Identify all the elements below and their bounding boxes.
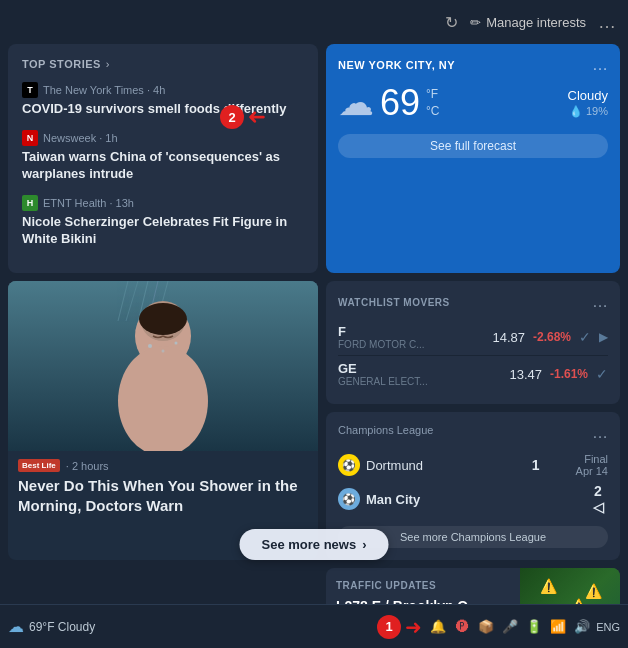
story-item-2: H ETNT Health · 13h Nicole Scherzinger C…: [22, 195, 304, 248]
stock-info-f: F FORD MOTOR C...: [338, 324, 424, 350]
watchlist-more-icon[interactable]: …: [592, 293, 608, 311]
cloud-icon: ☁: [338, 82, 374, 124]
stock-ticker-ge: GE: [338, 361, 428, 376]
taskbar-network-icon[interactable]: 📶: [548, 617, 568, 637]
taskbar-mic-icon[interactable]: 🎤: [500, 617, 520, 637]
top-bar: ↻ ✏ Manage interests …: [0, 0, 628, 44]
weather-condition: Cloudy: [568, 88, 608, 103]
news-article-widget[interactable]: Best Life · 2 hours Never Do This When Y…: [8, 281, 318, 560]
weather-more-icon[interactable]: …: [592, 56, 608, 74]
match-scores-wrapper-2: 2 ◁: [588, 483, 608, 515]
stock-right-ge: 13.47 -1.61% ✓: [509, 366, 608, 382]
stock-price-f: 14.87: [492, 330, 525, 345]
weather-city: NEW YORK CITY, NY: [338, 59, 455, 71]
watchlist-widget: WATCHLIST MOVERS … F FORD MOTOR C... 14.…: [326, 281, 620, 404]
champions-header: Champions League …: [338, 424, 608, 442]
taskbar-cloud-icon: ☁: [8, 617, 24, 636]
taskbar-volume-icon[interactable]: 🔊: [572, 617, 592, 637]
see-more-arrow-icon: ›: [362, 537, 366, 552]
story-source-text-0: The New York Times · 4h: [43, 84, 165, 96]
story-source-0: T The New York Times · 4h: [22, 82, 304, 98]
taskbar-icons: 🔔 🅟 📦 🎤 🔋 📶 🔊 ENG: [428, 617, 620, 637]
weather-unit: °F °C: [426, 86, 439, 120]
watchlist-title: WATCHLIST MOVERS: [338, 297, 450, 308]
manage-interests-label: Manage interests: [486, 15, 586, 30]
story-source-2: H ETNT Health · 13h: [22, 195, 304, 211]
weather-precip: 💧 19%: [568, 105, 608, 118]
top-stories-label: TOP STORIES: [22, 58, 101, 70]
weather-header: NEW YORK CITY, NY …: [338, 56, 608, 74]
newsweek-logo: N: [22, 130, 38, 146]
manage-interests-button[interactable]: ✏ Manage interests: [470, 15, 586, 30]
stock-price-ge: 13.47: [509, 367, 542, 382]
match-row-team2: ⚽ Man City 2 ◁: [338, 480, 608, 518]
news-article-title[interactable]: Never Do This When You Shower in the Mor…: [8, 476, 318, 523]
annotation-2: 2 ➜: [220, 104, 266, 130]
taskbar-weather-text: 69°F Cloudy: [29, 620, 95, 634]
taskbar-battery-icon[interactable]: 🔋: [524, 617, 544, 637]
stock-info-ge: GE GENERAL ELECT...: [338, 361, 428, 387]
taskbar-app-icon-2[interactable]: 📦: [476, 617, 496, 637]
team-info-dortmund: ⚽ Dortmund: [338, 454, 423, 476]
champions-league-name: Champions League: [338, 424, 433, 436]
topbar-more-icon[interactable]: …: [598, 12, 616, 33]
stock-row-f[interactable]: F FORD MOTOR C... 14.87 -2.68% ✓ ▶: [338, 319, 608, 356]
see-more-label: See more news: [262, 537, 357, 552]
taskbar: ☁ 69°F Cloudy 1 ➜ 🔔 🅟 📦 🎤 🔋 📶 🔊 ENG: [0, 604, 628, 648]
svg-point-13: [162, 350, 165, 353]
stock-change-ge: -1.61%: [550, 367, 588, 381]
team-name-mancity: Man City: [366, 492, 420, 507]
match-status: Final Apr 14: [576, 453, 608, 477]
etnt-logo: H: [22, 195, 38, 211]
stock-name-f: FORD MOTOR C...: [338, 339, 424, 350]
svg-point-12: [175, 342, 178, 345]
team-info-mancity: ⚽ Man City: [338, 488, 420, 510]
top-stories-chevron-icon: ›: [106, 58, 110, 70]
stock-row-ge[interactable]: GE GENERAL ELECT... 13.47 -1.61% ✓: [338, 356, 608, 392]
nyt-logo: T: [22, 82, 38, 98]
story-title-2[interactable]: Nicole Scherzinger Celebrates Fit Figure…: [22, 214, 304, 248]
warning-icon-1: ⚠️: [540, 578, 557, 594]
match-row-team1: ⚽ Dortmund 1 Final Apr 14: [338, 450, 608, 480]
bestlife-logo: Best Life: [18, 459, 60, 472]
svg-point-10: [118, 346, 208, 451]
story-title-1[interactable]: Taiwan warns China of 'consequences' as …: [22, 149, 304, 183]
stock-check-icon-ge: ✓: [596, 366, 608, 382]
stock-right-f: 14.87 -2.68% ✓ ▶: [492, 329, 608, 345]
svg-point-9: [139, 303, 187, 335]
taskbar-lang: ENG: [596, 621, 620, 633]
weather-widget: NEW YORK CITY, NY … ☁ 69 °F °C Cloudy 💧 …: [326, 44, 620, 273]
match-result: Final: [576, 453, 608, 465]
annotation-circle-1: 1: [377, 615, 401, 639]
see-more-overlay: See more news ›: [240, 529, 389, 560]
taskbar-weather[interactable]: ☁ 69°F Cloudy: [8, 617, 95, 636]
weather-temperature: 69: [380, 82, 420, 124]
match-date: Apr 14: [576, 465, 608, 477]
news-article-image: [8, 281, 318, 451]
dortmund-badge: ⚽: [338, 454, 360, 476]
warning-icon-4: ⚠️: [585, 583, 602, 599]
story-item-1: N Newsweek · 1h Taiwan warns China of 'c…: [22, 130, 304, 183]
traffic-title: TRAFFIC UPDATES: [336, 580, 436, 591]
weather-main: ☁ 69 °F °C Cloudy 💧 19%: [338, 82, 608, 124]
weather-forecast-button[interactable]: See full forecast: [338, 134, 608, 158]
stock-ticker-f: F: [338, 324, 424, 339]
story-source-1: N Newsweek · 1h: [22, 130, 304, 146]
stock-change-f: -2.68%: [533, 330, 571, 344]
pencil-icon: ✏: [470, 15, 481, 30]
taskbar-notification-icon[interactable]: 🔔: [428, 617, 448, 637]
annotation-circle-2: 2: [220, 105, 244, 129]
score-team1: 1: [526, 457, 546, 473]
story-source-text-1: Newsweek · 1h: [43, 132, 118, 144]
stock-check-icon-f: ✓: [579, 329, 591, 345]
annotation-arrow-2: ➜: [248, 104, 266, 130]
top-stories-widget: TOP STORIES › T The New York Times · 4h …: [8, 44, 318, 273]
taskbar-app-icon-1[interactable]: 🅟: [452, 617, 472, 637]
top-stories-header[interactable]: TOP STORIES ›: [22, 58, 304, 70]
champions-more-icon[interactable]: …: [592, 424, 608, 442]
svg-point-11: [148, 344, 152, 348]
news-source-row: Best Life · 2 hours: [8, 451, 318, 476]
watchlist-header: WATCHLIST MOVERS …: [338, 293, 608, 311]
see-more-news-button[interactable]: See more news ›: [240, 529, 389, 560]
refresh-icon[interactable]: ↻: [445, 13, 458, 32]
